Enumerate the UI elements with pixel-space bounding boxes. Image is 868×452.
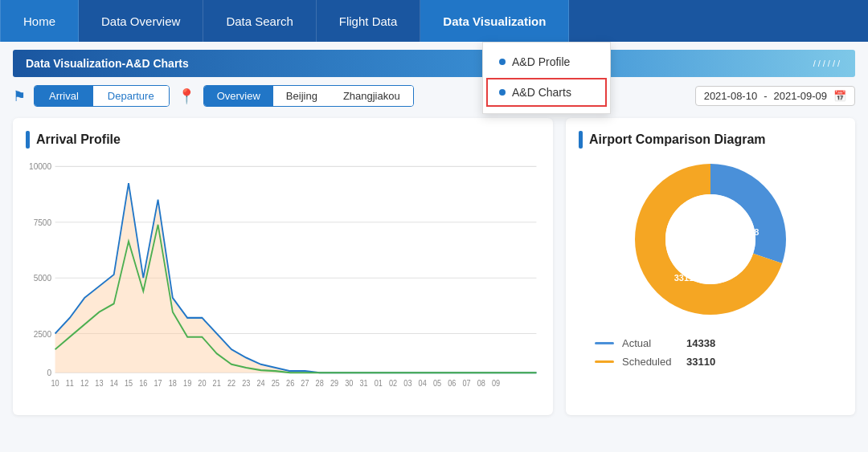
donut-svg-container: 14338 33110 [622, 151, 799, 328]
svg-text:02: 02 [389, 378, 397, 388]
nav-data-search[interactable]: Data Search [203, 0, 316, 42]
airport-comparison-card: Airport Comparison Diagram 14338 [566, 118, 855, 415]
nav-data-overview[interactable]: Data Overview [79, 0, 203, 42]
title-accent-bar [26, 131, 30, 149]
svg-text:26: 26 [286, 378, 294, 388]
arrival-departure-tabs: Arrival Departure [34, 85, 170, 107]
flag-icon: ⚑ [13, 88, 26, 105]
calendar-icon[interactable]: 📅 [833, 90, 846, 102]
arrival-line-chart: 10000 7500 5000 2500 0 10 11 12 13 [26, 158, 540, 391]
svg-text:5000: 5000 [34, 273, 51, 283]
beijing-tab[interactable]: Beijing [273, 86, 330, 106]
svg-text:14: 14 [110, 378, 119, 388]
svg-text:12: 12 [80, 378, 88, 388]
nav-dropdown: A&D Profile A&D Charts [482, 42, 611, 114]
airport-chart-title: Airport Comparison Diagram [579, 131, 842, 149]
title-accent-bar-2 [579, 131, 583, 149]
svg-text:13: 13 [95, 378, 103, 388]
charts-row: Arrival Profile 10000 7500 5000 2500 0 [13, 118, 855, 415]
arrival-tab[interactable]: Arrival [35, 86, 93, 106]
overview-tab[interactable]: Overview [204, 86, 273, 106]
legend-scheduled: Scheduled 33110 [595, 356, 826, 368]
svg-text:20: 20 [198, 378, 207, 388]
svg-text:19: 19 [183, 378, 191, 388]
bullet-icon-2 [499, 89, 506, 96]
breadcrumb: Data Visualization-A&D Charts ////// [13, 50, 855, 77]
svg-text:14338: 14338 [735, 227, 760, 237]
svg-text:0: 0 [47, 368, 51, 378]
date-range-picker[interactable]: 2021-08-10 - 2021-09-09 📅 [695, 86, 855, 106]
svg-text:24: 24 [256, 378, 265, 388]
svg-text:23: 23 [242, 378, 250, 388]
nav-home[interactable]: Home [0, 0, 79, 42]
svg-text:25: 25 [272, 378, 280, 388]
nav-bar: Home Data Overview Data Search Flight Da… [0, 0, 868, 42]
arrival-chart-title: Arrival Profile [26, 131, 540, 149]
svg-text:27: 27 [301, 378, 309, 388]
svg-text:2500: 2500 [34, 328, 51, 339]
svg-text:10: 10 [51, 378, 59, 388]
departure-tab[interactable]: Departure [93, 86, 169, 106]
svg-text:08: 08 [477, 378, 485, 388]
svg-point-44 [665, 194, 755, 284]
bullet-icon [499, 59, 506, 65]
svg-text:07: 07 [462, 378, 470, 388]
svg-text:22: 22 [227, 378, 235, 388]
svg-text:7500: 7500 [34, 217, 51, 227]
svg-text:10000: 10000 [29, 161, 51, 172]
svg-text:21: 21 [213, 378, 221, 388]
donut-chart-wrap: 14338 33110 Actual 14338 Scheduled 33110 [579, 158, 842, 367]
filter-bar: ⚑ Arrival Departure 📍 Overview Beijing Z… [13, 85, 855, 107]
svg-text:29: 29 [330, 378, 338, 388]
svg-text:30: 30 [345, 378, 354, 388]
main-content: Data Visualization-A&D Charts ////// ⚑ A… [0, 42, 868, 452]
nav-data-visualization[interactable]: Data Visualization [420, 0, 569, 42]
legend-actual: Actual 14338 [595, 337, 826, 349]
location-icon: 📍 [178, 88, 195, 105]
svg-text:28: 28 [316, 378, 324, 388]
svg-text:31: 31 [359, 378, 367, 388]
arrival-svg: 10000 7500 5000 2500 0 10 11 12 13 [26, 158, 540, 391]
svg-text:11: 11 [66, 378, 74, 388]
dropdown-item-and-charts[interactable]: A&D Charts [486, 78, 607, 107]
nav-flight-data[interactable]: Flight Data [317, 0, 421, 42]
svg-text:16: 16 [139, 378, 147, 388]
legend-scheduled-color [595, 360, 614, 363]
svg-text:03: 03 [403, 378, 411, 388]
svg-text:06: 06 [448, 378, 456, 388]
svg-text:18: 18 [169, 378, 177, 388]
legend-actual-color [595, 342, 614, 344]
svg-text:15: 15 [125, 378, 133, 388]
arrival-profile-card: Arrival Profile 10000 7500 5000 2500 0 [13, 118, 553, 415]
chart-legend: Actual 14338 Scheduled 33110 [579, 337, 842, 374]
dropdown-item-and-profile[interactable]: A&D Profile [483, 47, 610, 76]
svg-text:09: 09 [492, 378, 500, 388]
svg-text:33110: 33110 [674, 273, 699, 283]
svg-text:01: 01 [375, 378, 383, 388]
svg-text:04: 04 [419, 378, 428, 388]
donut-svg: 14338 33110 [622, 151, 799, 328]
city-tabs: Overview Beijing Zhangjiakou [203, 85, 414, 107]
svg-text:17: 17 [154, 378, 162, 388]
zhangjiakou-tab[interactable]: Zhangjiakou [330, 86, 413, 106]
svg-text:05: 05 [433, 378, 442, 388]
